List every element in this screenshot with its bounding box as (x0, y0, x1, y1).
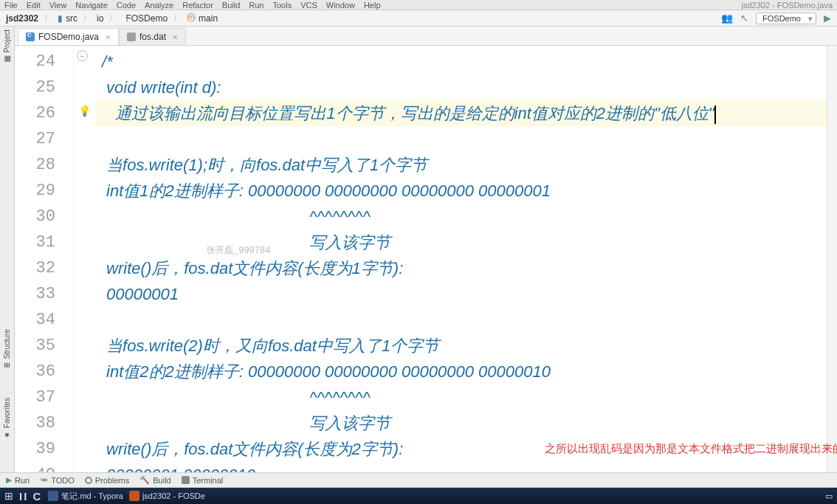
gutter-icons: – 💡 (74, 46, 96, 472)
fold-toggle-icon[interactable]: – (77, 50, 88, 61)
menu-code[interactable]: Code (117, 1, 136, 10)
menu-analyze[interactable]: Analyze (145, 1, 173, 10)
menu-vcs[interactable]: VCS (300, 1, 317, 10)
line-number-gutter: 2425262728293031323334353637383940 (15, 46, 74, 472)
menu-build[interactable]: Build (222, 1, 240, 10)
problems-icon (85, 477, 92, 484)
terminal-icon (182, 476, 190, 484)
structure-toolwindow-button[interactable]: ≣Structure (3, 329, 11, 368)
java-file-icon (26, 32, 35, 41)
watermark-text: 张开磊_999784 (207, 238, 270, 264)
close-icon[interactable]: ✕ (105, 33, 111, 41)
editor-tabs: FOSDemo.java ✕ fos.dat ✕ (15, 27, 837, 46)
menu-navigate[interactable]: Navigate (75, 1, 107, 10)
todo-toolwindow-button[interactable]: ≔TODO (40, 475, 75, 485)
menu-edit[interactable]: Edit (27, 1, 41, 10)
bottom-toolwindow-bar: ▶Run ≔TODO Problems 🔨Build Terminal (0, 472, 837, 487)
folder-icon: ▮ (58, 13, 63, 24)
annotation-note: 之所以出现乱码是因为那是文本文件格式把二进制展现出来的,可以用读的方法来验证 (545, 441, 818, 456)
code-area[interactable]: /* void write(int d): 通过该输出流向目标位置写出1个字节，… (96, 46, 827, 472)
tab-fosdemo-java[interactable]: FOSDemo.java ✕ (18, 28, 119, 45)
build-toolwindow-button[interactable]: 🔨Build (140, 475, 170, 485)
window-context: jsd2302 - FOSDemo.java (742, 1, 833, 10)
menu-window[interactable]: Window (326, 1, 355, 10)
tab-fos-dat[interactable]: fos.dat ✕ (119, 28, 186, 45)
run-toolwindow-button[interactable]: ▶Run (6, 475, 30, 485)
menu-tools[interactable]: Tools (272, 1, 292, 10)
back-arrow-icon[interactable]: ↖ (740, 13, 748, 24)
breadcrumb[interactable]: jsd2302〉 ▮src〉 io〉 FOSDemo〉 ⓜmain (6, 12, 218, 24)
run-button[interactable]: ▶ (824, 13, 831, 24)
taskbar-tray-icon[interactable]: ▭ (825, 491, 833, 501)
taskbar-item-typora[interactable]: 笔记.md - Typora (48, 491, 123, 502)
taskbar-item-intellij[interactable]: jsd2302 - FOSDe (129, 491, 205, 501)
intention-bulb-icon[interactable]: 💡 (78, 105, 91, 117)
error-stripe[interactable] (827, 46, 837, 472)
left-tool-gutter: ▦Project ≣Structure ★Favorites (0, 27, 15, 472)
menu-run[interactable]: Run (249, 1, 264, 10)
code-editor[interactable]: 2425262728293031323334353637383940 – 💡 /… (15, 46, 837, 472)
users-icon[interactable]: 👥 (721, 13, 733, 24)
terminal-toolwindow-button[interactable]: Terminal (182, 476, 224, 485)
menu-help[interactable]: Help (364, 1, 381, 10)
project-toolwindow-button[interactable]: ▦Project (3, 30, 11, 63)
os-taskbar: ⊞ II C 笔记.md - Typora jsd2302 - FOSDe ▭ (0, 488, 837, 504)
close-icon[interactable]: ✕ (172, 33, 178, 41)
menu-file[interactable]: File (4, 1, 18, 10)
favorites-toolwindow-button[interactable]: ★Favorites (3, 398, 11, 439)
dat-file-icon (127, 32, 136, 41)
nav-bar: jsd2302〉 ▮src〉 io〉 FOSDemo〉 ⓜmain 👥 ↖ FO… (0, 10, 837, 27)
menu-bar: File Edit View Navigate Code Analyze Ref… (0, 0, 837, 10)
menu-view[interactable]: View (49, 1, 67, 10)
problems-toolwindow-button[interactable]: Problems (85, 476, 129, 485)
method-icon: ⓜ (187, 12, 196, 24)
run-config-combo[interactable]: FOSDemo ▾ (756, 13, 816, 24)
menu-refactor[interactable]: Refactor (182, 1, 213, 10)
taskbar-start-icon[interactable]: ⊞ (4, 490, 13, 502)
